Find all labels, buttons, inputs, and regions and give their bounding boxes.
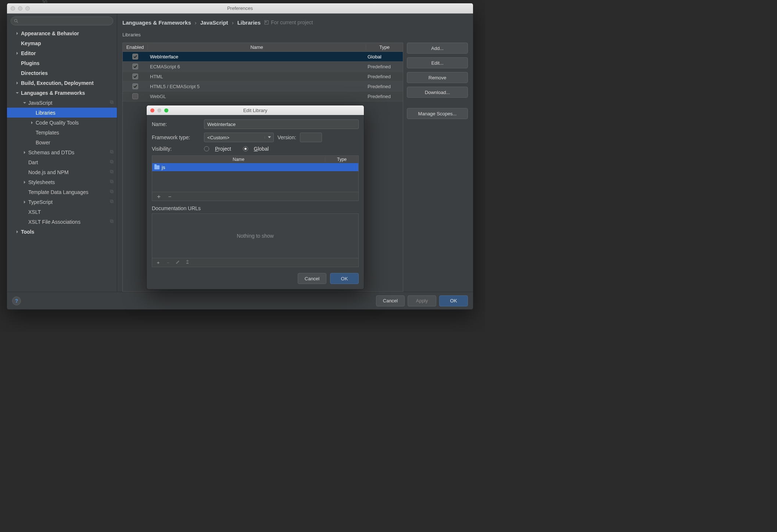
svg-point-0 [15, 19, 17, 22]
remove-icon[interactable]: － [167, 194, 173, 200]
docs-table[interactable]: Nothing to show ＋ － [152, 213, 359, 267]
col-type[interactable]: Type [325, 157, 358, 162]
col-name[interactable]: Name [148, 44, 366, 50]
sidebar-item-keymap[interactable]: Keymap [7, 38, 117, 48]
add-icon[interactable]: ＋ [156, 259, 161, 266]
chevron-right-icon[interactable] [15, 81, 19, 85]
sidebar-item-tools[interactable]: Tools [7, 227, 117, 237]
chevron-down-icon[interactable] [265, 136, 273, 139]
copy-icon[interactable] [110, 219, 114, 224]
chevron-right-icon[interactable] [15, 230, 19, 234]
library-row[interactable]: HTML5 / ECMAScript 5Predefined [123, 82, 403, 91]
breadcrumb-section[interactable]: Languages & Frameworks [122, 19, 191, 26]
chevron-right-icon[interactable] [15, 31, 19, 36]
ok-button[interactable]: OK [330, 273, 359, 284]
col-enabled[interactable]: Enabled [123, 44, 148, 50]
sidebar-item-appearance-behavior[interactable]: Appearance & Behavior [7, 28, 117, 38]
cancel-button[interactable]: Cancel [376, 295, 405, 306]
sidebar-item-xslt[interactable]: XSLT [7, 207, 117, 217]
sidebar-item-templates[interactable]: Templates [7, 127, 117, 137]
svg-rect-7 [111, 161, 113, 163]
sidebar-item-languages-frameworks[interactable]: Languages & Frameworks [7, 88, 117, 98]
sidebar-item-javascript[interactable]: JavaScript [7, 98, 117, 108]
enabled-checkbox[interactable] [132, 54, 138, 60]
framework-select[interactable]: <Custom> [204, 133, 274, 142]
minimize-icon[interactable] [157, 108, 161, 112]
sidebar-item-node-js-and-npm[interactable]: Node.js and NPM [7, 167, 117, 177]
close-icon[interactable] [11, 6, 15, 11]
sidebar-item-code-quality-tools[interactable]: Code Quality Tools [7, 118, 117, 127]
chevron-right-icon[interactable] [22, 180, 27, 184]
breadcrumb-section[interactable]: JavaScript [200, 19, 228, 26]
preferences-sidebar: Appearance & BehaviorKeymapEditorPlugins… [7, 14, 117, 292]
copy-icon[interactable] [110, 199, 114, 205]
col-type[interactable]: Type [366, 44, 403, 50]
enabled-checkbox[interactable] [132, 73, 138, 79]
copy-icon[interactable] [110, 189, 114, 195]
cancel-button[interactable]: Cancel [298, 273, 326, 284]
apply-button[interactable]: Apply [408, 295, 436, 306]
visibility-global-radio[interactable] [243, 146, 248, 151]
ok-button[interactable]: OK [439, 295, 468, 306]
enabled-checkbox[interactable] [132, 93, 138, 99]
remove-button[interactable]: Remove [407, 72, 468, 83]
sidebar-item-schemas-and-dtds[interactable]: Schemas and DTDs [7, 147, 117, 157]
sidebar-item-directories[interactable]: Directories [7, 68, 117, 78]
breadcrumb: Languages & Frameworks › JavaScript › Li… [122, 17, 468, 28]
zoom-icon[interactable] [164, 108, 168, 112]
sidebar-item-libraries[interactable]: Libraries [7, 108, 117, 118]
sidebar-item-build-execution-deployment[interactable]: Build, Execution, Deployment [7, 78, 117, 88]
zoom-icon[interactable] [25, 6, 30, 11]
add-button[interactable]: Add... [407, 43, 468, 54]
download-button[interactable]: Download... [407, 87, 468, 98]
copy-icon[interactable] [110, 179, 114, 185]
manage-scopes-button[interactable]: Manage Scopes... [407, 108, 468, 119]
sidebar-item-template-data-languages[interactable]: Template Data Languages [7, 187, 117, 197]
name-field[interactable] [204, 119, 359, 129]
file-row[interactable]: js [152, 163, 358, 171]
dialog-traffic-lights[interactable] [147, 108, 168, 112]
minimize-icon[interactable] [18, 6, 22, 11]
edit-button[interactable]: Edit... [407, 57, 468, 68]
arrow-spacer [15, 61, 19, 65]
copy-icon[interactable] [110, 150, 114, 155]
sidebar-item-xslt-file-associations[interactable]: XSLT File Associations [7, 217, 117, 227]
col-name[interactable]: Name [152, 157, 325, 162]
sidebar-item-dart[interactable]: Dart [7, 157, 117, 167]
preferences-tree[interactable]: Appearance & BehaviorKeymapEditorPlugins… [7, 28, 117, 292]
copy-icon[interactable] [110, 169, 114, 175]
sidebar-item-stylesheets[interactable]: Stylesheets [7, 177, 117, 187]
add-icon[interactable]: ＋ [156, 194, 162, 200]
library-row[interactable]: WebGLPredefined [123, 91, 403, 101]
chevron-down-icon[interactable] [15, 91, 19, 95]
library-row[interactable]: ECMAScript 6Predefined [123, 62, 403, 72]
version-field[interactable] [300, 133, 322, 142]
help-button[interactable]: ? [12, 296, 21, 305]
copy-icon[interactable] [110, 100, 114, 105]
visibility-project-radio[interactable] [204, 146, 209, 151]
window-traffic-lights[interactable] [7, 6, 30, 11]
chevron-right-icon[interactable] [22, 200, 27, 204]
library-row[interactable]: HTMLPredefined [123, 72, 403, 82]
edit-icon[interactable] [176, 260, 180, 265]
chevron-right-icon[interactable] [15, 51, 19, 55]
sidebar-item-editor[interactable]: Editor [7, 48, 117, 58]
chevron-right-icon[interactable] [22, 150, 27, 155]
files-table[interactable]: Name Type js ＋ － [152, 155, 359, 201]
visibility-project-label[interactable]: Project [215, 146, 231, 152]
sidebar-item-typescript[interactable]: TypeScript [7, 197, 117, 207]
remove-icon[interactable]: － [166, 259, 171, 266]
enabled-checkbox[interactable] [132, 83, 138, 89]
visibility-global-label[interactable]: Global [254, 146, 269, 152]
library-row[interactable]: WebInterfaceGlobal [123, 52, 403, 62]
sidebar-item-plugins[interactable]: Plugins [7, 58, 117, 68]
chevron-right-icon[interactable] [30, 121, 34, 125]
close-icon[interactable] [150, 108, 154, 112]
copy-icon[interactable] [110, 159, 114, 165]
chevron-down-icon[interactable] [22, 101, 27, 105]
specify-icon[interactable] [185, 260, 190, 265]
search-input[interactable] [11, 17, 113, 25]
sidebar-item-bower[interactable]: Bower [7, 137, 117, 147]
svg-rect-5 [111, 151, 113, 153]
enabled-checkbox[interactable] [132, 64, 138, 69]
